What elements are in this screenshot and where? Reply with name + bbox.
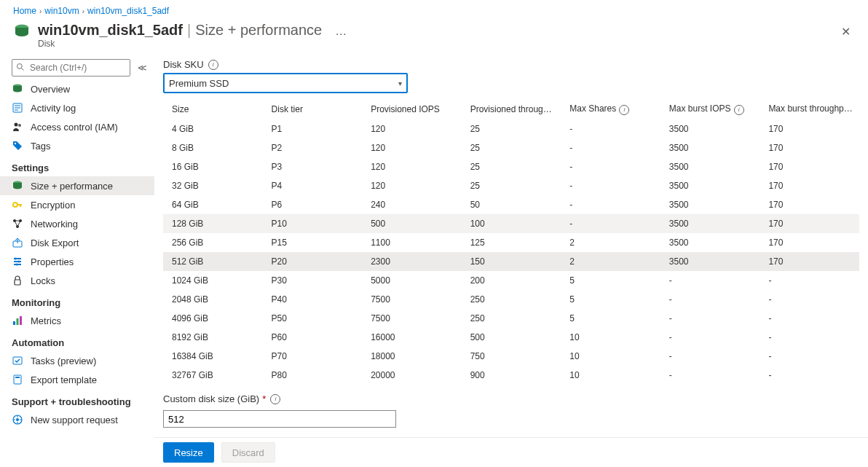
table-row[interactable]: 64 GiBP624050-3500170 [163,195,859,214]
sidebar-item-label: Activity log [31,103,76,114]
table-row[interactable]: 16384 GiBP701800075010-- [163,347,859,366]
table-cell: 170 [760,119,859,138]
table-cell: 50 [462,195,561,214]
table-cell: 18000 [362,347,462,366]
table-cell: 5000 [362,271,462,290]
table-cell: 16384 GiB [163,347,263,366]
export-icon [12,237,23,248]
table-cell: 750 [462,347,561,366]
disk-icon [12,83,23,95]
table-row[interactable]: 32767 GiBP802000090010-- [163,366,859,385]
table-cell: 3500 [660,119,760,138]
sidebar-item-locks[interactable]: Locks [0,271,154,290]
sidebar-item-networking[interactable]: Networking [0,214,154,233]
svg-point-37 [16,418,19,421]
resize-button[interactable]: Resize [163,442,214,463]
sidebar-item-tasks[interactable]: Tasks (preview) [0,351,154,370]
custom-size-label: Custom disk size (GiB) * [163,393,859,404]
sidebar-item-overview[interactable]: Overview [0,79,154,98]
info-icon[interactable] [208,60,218,70]
table-cell: 25 [462,176,561,195]
table-cell: 5 [561,290,660,309]
sidebar-item-activity-log[interactable]: Activity log [0,98,154,117]
table-cell: 1024 GiB [163,271,263,290]
svg-line-20 [15,221,17,227]
sidebar-group-header: Settings [0,155,154,176]
discard-button[interactable]: Discard [221,442,275,463]
table-cell: 5 [561,309,660,328]
info-icon[interactable] [270,394,280,404]
table-cell: 900 [462,366,561,385]
sidebar-item-support[interactable]: New support request [0,410,154,429]
table-cell: 2 [561,252,660,271]
column-header[interactable]: Disk tier [263,99,363,119]
sidebar-item-disk-export[interactable]: Disk Export [0,233,154,252]
table-cell: - [561,195,660,214]
table-cell: 25 [462,119,561,138]
table-cell: 3500 [660,252,760,271]
more-actions-button[interactable]: … [335,25,347,38]
table-cell: - [760,290,859,309]
table-cell: 120 [362,119,462,138]
table-cell: 170 [760,176,859,195]
search-icon [16,63,25,71]
table-cell: 8192 GiB [163,328,263,347]
table-row[interactable]: 8 GiBP212025-3500170 [163,138,859,157]
table-cell: 25 [462,157,561,176]
sidebar-item-encryption[interactable]: Encryption [0,195,154,214]
sidebar-item-export-template[interactable]: Export template [0,370,154,389]
sidebar-item-metrics[interactable]: Metrics [0,311,154,330]
chevron-down-icon: ▾ [398,79,402,87]
table-row[interactable]: 2048 GiBP4075002505-- [163,290,859,309]
column-header[interactable]: Max burst IOPS [660,99,760,119]
table-row[interactable]: 4096 GiBP5075002505-- [163,309,859,328]
column-header[interactable]: Max Shares [561,99,660,119]
info-icon[interactable] [619,105,629,115]
breadcrumb-link[interactable]: win10vm [44,6,79,16]
log-icon [12,102,23,114]
sidebar-item-size-perf[interactable]: Size + performance [0,176,154,195]
table-cell: 16 GiB [163,157,263,176]
sidebar-item-label: Overview [31,84,70,95]
svg-rect-34 [14,375,21,384]
table-cell: P40 [263,290,363,309]
table-cell: 3500 [660,195,760,214]
column-header[interactable]: Size [163,99,263,119]
info-icon[interactable] [734,105,744,115]
table-row[interactable]: 1024 GiBP3050002005-- [163,271,859,290]
table-cell: 240 [362,195,462,214]
table-row[interactable]: 16 GiBP312025-3500170 [163,157,859,176]
table-cell: 10 [561,366,660,385]
table-row[interactable]: 128 GiBP10500100-3500170 [163,214,859,233]
table-row[interactable]: 4 GiBP112025-3500170 [163,119,859,138]
tag-icon [12,140,23,152]
column-header[interactable]: Provisioned IOPS [362,99,462,119]
close-icon[interactable]: ✕ [837,22,855,42]
table-row[interactable]: 32 GiBP412025-3500170 [163,176,859,195]
info-icon[interactable] [854,105,859,115]
custom-disk-size-input[interactable] [163,410,396,428]
table-cell: 512 GiB [163,252,263,271]
sidebar-item-properties[interactable]: Properties [0,252,154,271]
svg-rect-31 [17,318,19,325]
table-cell: 3500 [660,157,760,176]
table-cell: 2 [561,233,660,252]
search-input[interactable] [12,59,130,76]
breadcrumb: Home›win10vm›win10vm_disk1_5adf [0,0,868,19]
table-cell: 120 [362,176,462,195]
breadcrumb-link[interactable]: Home [13,6,36,16]
table-row[interactable]: 512 GiBP20230015023500170 [163,252,859,271]
collapse-sidebar-button[interactable]: ≪ [138,63,147,73]
network-icon [12,218,23,229]
table-row[interactable]: 256 GiBP15110012523500170 [163,233,859,252]
chevron-right-icon: › [82,7,84,15]
sidebar-item-tags[interactable]: Tags [0,136,154,155]
disk-sku-dropdown[interactable]: Premium SSD ▾ [163,73,408,93]
sidebar-item-access[interactable]: Access control (IAM) [0,117,154,136]
table-cell: - [561,119,660,138]
column-header[interactable]: Max burst throughput [760,99,859,119]
column-header[interactable]: Provisioned through… [462,99,561,119]
table-cell: 32767 GiB [163,366,263,385]
breadcrumb-link[interactable]: win10vm_disk1_5adf [87,6,169,16]
table-row[interactable]: 8192 GiBP601600050010-- [163,328,859,347]
